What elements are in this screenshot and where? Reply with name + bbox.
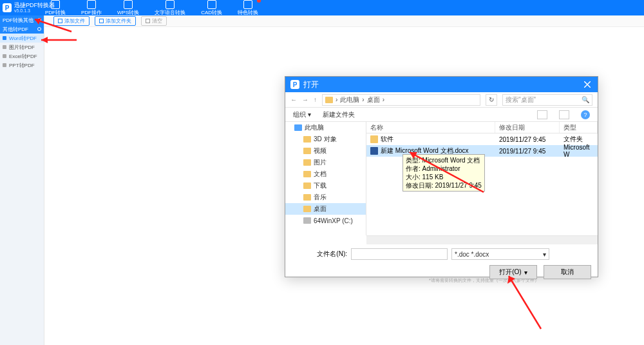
nav-up-button[interactable]: ↑ xyxy=(314,96,317,103)
close-icon xyxy=(584,81,591,88)
view-details-button[interactable] xyxy=(559,110,569,119)
tree-item[interactable]: 图片 xyxy=(285,157,366,168)
close-button[interactable] xyxy=(582,79,592,90)
tree-item-pc[interactable]: 此电脑 xyxy=(285,122,366,133)
trash-icon xyxy=(146,19,150,23)
sidebar-section-pdf-to-other[interactable]: PDF转换其他 xyxy=(0,15,44,25)
sidebar-section-other-to-pdf[interactable]: 其他转PDF xyxy=(0,25,44,34)
file-list: 名称 修改日期 类型 软件 2019/11/27 9:45 文件夹 新建 Mic… xyxy=(366,122,598,235)
sidebar-item-word-to-pdf[interactable]: Word转PDF xyxy=(0,34,44,43)
filename-label: 文件名(N): xyxy=(292,250,347,259)
folder-icon xyxy=(303,206,311,212)
add-folder-button[interactable]: 添加文件夹 xyxy=(95,16,136,26)
tab-pdf-op[interactable]: PDF操作 xyxy=(81,0,102,16)
nav-forward-button[interactable]: → xyxy=(302,96,308,103)
folder-icon xyxy=(303,171,311,177)
svg-line-8 xyxy=(509,276,541,329)
folder-icon xyxy=(303,148,311,154)
file-type-filter[interactable]: *.doc *.docx▾ xyxy=(451,248,549,260)
open-button[interactable]: 打开(O)▾ xyxy=(489,265,537,279)
filename-input[interactable] xyxy=(351,248,448,260)
crumb-separator: › xyxy=(362,96,364,103)
app-logo: P xyxy=(3,3,12,12)
pc-icon xyxy=(325,97,333,103)
refresh-button[interactable]: ↻ xyxy=(486,94,497,106)
list-header: 名称 修改日期 类型 xyxy=(366,122,598,133)
search-icon: 🔍 xyxy=(582,96,589,103)
cancel-button[interactable]: 取消 xyxy=(544,265,591,279)
badge-icon xyxy=(257,0,261,3)
refresh-icon: ↻ xyxy=(489,96,494,103)
add-file-button[interactable]: 添加文件 xyxy=(53,16,90,26)
tab-special[interactable]: 特色转换 xyxy=(238,0,258,16)
folder-icon xyxy=(303,136,311,143)
tree-item-desktop[interactable]: 桌面 xyxy=(285,203,366,215)
tree-item[interactable]: 视频 xyxy=(285,145,366,157)
horizontal-scrollbar[interactable] xyxy=(366,235,598,244)
crumb-separator: › xyxy=(336,96,337,103)
clear-button[interactable]: 清空 xyxy=(141,16,167,26)
main-toolbar: 添加文件 添加文件夹 清空 xyxy=(44,15,644,27)
help-button[interactable]: ? xyxy=(581,110,590,119)
folder-tree: 此电脑 3D 对象 视频 图片 文档 下载 音乐 桌面 64WinXP (C:) xyxy=(285,122,366,235)
chevron-down-icon: ▾ xyxy=(543,251,546,258)
nav-back-button[interactable]: ← xyxy=(290,96,297,103)
dialog-logo: P xyxy=(290,80,299,89)
chevron-icon xyxy=(37,18,41,22)
plus-icon xyxy=(58,19,62,23)
file-tooltip: 类型: Microsoft Word 文档 作者: Administrator … xyxy=(402,154,485,192)
organize-button[interactable]: 组织 ▾ xyxy=(293,110,311,119)
search-input[interactable]: 搜索"桌面" 🔍 xyxy=(502,94,592,106)
pc-icon xyxy=(294,124,302,131)
new-folder-button[interactable]: 新建文件夹 xyxy=(323,110,355,119)
folder-icon xyxy=(303,194,311,201)
dialog-nav: ← → ↑ › 此电脑 › 桌面 › ↻ 搜索"桌面" 🔍 xyxy=(285,92,598,108)
tab-audio[interactable]: 文字语音转换 xyxy=(155,0,185,16)
main-tabs: PDF转换 PDF操作 WPS转换 文字语音转换 CAD转换 特色转换 xyxy=(45,0,258,15)
tab-pdf-convert[interactable]: PDF转换 xyxy=(45,0,66,16)
dialog-titlebar: P 打开 xyxy=(285,77,598,92)
drive-icon xyxy=(303,217,311,224)
breadcrumb[interactable]: › 此电脑 › 桌面 › xyxy=(322,94,480,106)
tree-item[interactable]: 3D 对象 xyxy=(285,133,366,145)
dialog-title: 打开 xyxy=(303,79,319,90)
tree-item[interactable]: 文档 xyxy=(285,168,366,180)
col-date[interactable]: 修改日期 xyxy=(495,122,560,133)
col-name[interactable]: 名称 xyxy=(366,122,495,133)
view-list-button[interactable] xyxy=(537,110,547,119)
tree-item[interactable]: 下载 xyxy=(285,180,366,192)
tab-wps[interactable]: WPS转换 xyxy=(117,0,139,16)
sidebar-item-excel-to-pdf[interactable]: Excel转PDF xyxy=(0,52,44,61)
folder-icon xyxy=(303,159,311,166)
tree-item-drive[interactable]: 64WinXP (C:) xyxy=(285,215,366,226)
tab-cad[interactable]: CAD转换 xyxy=(201,0,222,16)
col-type[interactable]: 类型 xyxy=(560,122,598,133)
sidebar-item-image-to-pdf[interactable]: 图片转PDF xyxy=(0,43,44,52)
folder-icon xyxy=(99,19,104,23)
crumb-separator: › xyxy=(383,96,384,103)
dialog-toolbar: 组织 ▾ 新建文件夹 ? xyxy=(285,108,598,122)
chevron-down-icon: ▾ xyxy=(524,269,527,276)
file-open-dialog: P 打开 ← → ↑ › 此电脑 › 桌面 › ↻ 搜索"桌面" 🔍 组织 ▾ … xyxy=(285,76,598,277)
word-icon xyxy=(370,147,378,155)
folder-icon xyxy=(303,182,311,189)
sidebar: PDF转换其他 其他转PDF Word转PDF 图片转PDF Excel转PDF… xyxy=(0,15,44,345)
sidebar-item-ppt-to-pdf[interactable]: PPT转PDF xyxy=(0,61,44,70)
chevron-icon xyxy=(37,27,41,31)
tree-item[interactable]: 音乐 xyxy=(285,192,366,203)
folder-icon xyxy=(370,135,378,143)
